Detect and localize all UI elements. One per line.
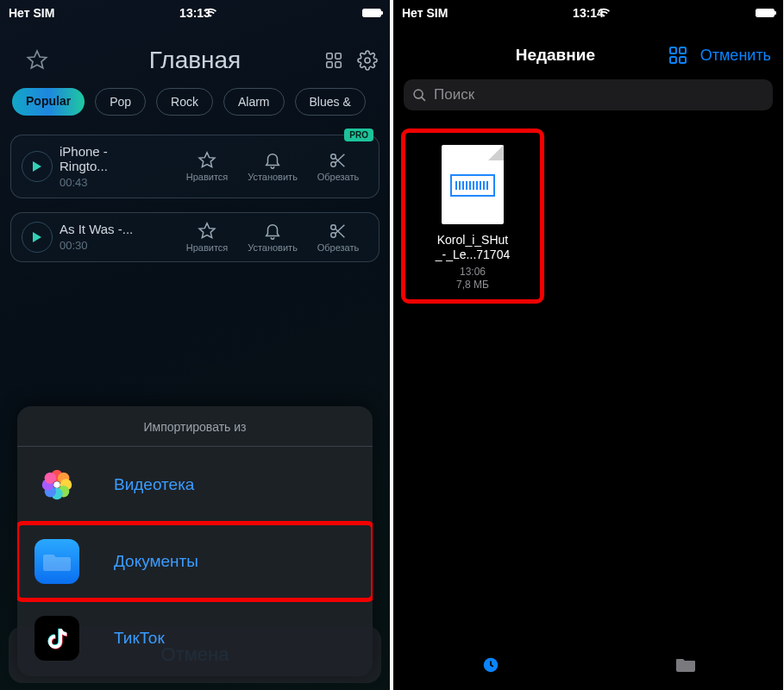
set-action[interactable]: Установить [242, 222, 303, 253]
chip-pop[interactable]: Pop [95, 88, 146, 116]
song-title: iPhone - Ringto... [60, 144, 137, 174]
file-item[interactable]: Korol_i_SHut_-_Le...71704 13:067,8 МБ [404, 131, 542, 301]
main-header: Главная [0, 24, 390, 86]
page-title: Главная [149, 47, 241, 74]
clock: 13:14 [573, 6, 604, 20]
file-grid: Korol_i_SHut_-_Le...71704 13:067,8 МБ [393, 122, 783, 310]
svg-point-5 [331, 154, 336, 159]
svg-rect-18 [670, 47, 676, 53]
carrier-label: Нет SIM [9, 6, 54, 20]
import-sheet: Импортировать из Видеотека Документы [17, 406, 373, 676]
sheet-title: Импортировать из [17, 406, 373, 446]
bell-icon [263, 222, 282, 241]
phone-right: Нет SIM 13:14 Недавние Отменить Korol_i_… [393, 0, 783, 690]
cut-label: Обрезать [317, 242, 360, 253]
phone-left: Нет SIM 13:13 Главная Popular Pop Rock A… [0, 0, 390, 690]
song-card[interactable]: As It Was -... 00:30 Нравится Установить… [10, 212, 379, 262]
tab-browse[interactable] [675, 656, 696, 673]
cut-label: Обрезать [317, 172, 360, 182]
song-title: As It Was -... [60, 222, 137, 236]
bell-icon [263, 151, 282, 170]
svg-rect-1 [336, 53, 341, 59]
search-icon [412, 88, 427, 103]
search-field[interactable] [404, 79, 773, 110]
play-button[interactable] [22, 222, 53, 253]
layout-grid-icon[interactable] [324, 51, 343, 70]
pro-badge: PRO [344, 129, 373, 141]
files-header: Недавние Отменить [393, 24, 783, 76]
battery-icon [756, 9, 775, 17]
category-chips: Popular Pop Rock Alarm Blues & [0, 86, 390, 128]
status-bar: Нет SIM 13:14 [393, 0, 783, 24]
svg-point-6 [331, 162, 336, 167]
battery-icon [362, 9, 381, 17]
set-action[interactable]: Установить [242, 151, 303, 182]
svg-point-22 [414, 90, 423, 98]
import-documents-label: Документы [98, 552, 355, 571]
svg-rect-2 [327, 62, 332, 67]
folder-icon [34, 539, 79, 584]
chip-alarm[interactable]: Alarm [223, 88, 285, 116]
audio-file-icon [442, 145, 504, 224]
star-icon [198, 222, 216, 241]
svg-rect-20 [670, 57, 676, 63]
carrier-label: Нет SIM [402, 6, 448, 20]
scissors-icon [329, 222, 348, 241]
song-card[interactable]: PRO iPhone - Ringto... 00:43 Нравится Ус… [10, 135, 379, 198]
file-name: Korol_i_SHut_-_Le...71704 [409, 233, 536, 262]
set-label: Установить [248, 172, 298, 182]
search-input[interactable] [434, 86, 764, 104]
like-label: Нравится [186, 172, 229, 182]
svg-point-17 [53, 481, 60, 488]
photos-icon [34, 462, 79, 507]
chip-rock[interactable]: Rock [156, 88, 213, 116]
like-action[interactable]: Нравится [177, 222, 237, 253]
chip-blues[interactable]: Blues & [295, 88, 366, 116]
view-grid-icon[interactable] [668, 45, 688, 66]
svg-rect-3 [336, 62, 341, 67]
scissors-icon [329, 151, 348, 170]
import-videolib[interactable]: Видеотека [17, 447, 373, 523]
svg-point-8 [331, 232, 336, 237]
svg-rect-21 [680, 57, 686, 63]
tab-recent[interactable] [481, 656, 500, 674]
tiktok-icon [34, 616, 79, 661]
clock: 13:13 [179, 6, 210, 20]
star-icon [198, 151, 216, 170]
gear-icon[interactable] [357, 50, 378, 71]
bottom-tabs [393, 650, 783, 690]
chip-popular[interactable]: Popular [12, 88, 85, 116]
like-action[interactable]: Нравится [177, 151, 237, 182]
svg-point-7 [331, 224, 336, 229]
import-tiktok-label: ТикТок [98, 629, 355, 648]
svg-point-4 [365, 58, 370, 63]
song-duration: 00:30 [60, 239, 137, 252]
play-button[interactable] [22, 151, 53, 182]
import-documents[interactable]: Документы [17, 524, 373, 599]
svg-point-16 [45, 473, 56, 484]
import-videolib-label: Видеотека [98, 475, 355, 494]
cut-action[interactable]: Обрезать [308, 151, 368, 182]
set-label: Установить [248, 242, 298, 253]
song-duration: 00:43 [60, 176, 137, 189]
like-label: Нравится [186, 242, 229, 253]
files-title: Недавние [405, 46, 668, 65]
svg-rect-0 [327, 53, 332, 59]
status-bar: Нет SIM 13:13 [0, 0, 390, 24]
file-meta: 13:067,8 МБ [409, 266, 536, 292]
svg-rect-19 [680, 47, 686, 53]
import-tiktok[interactable]: ТикТок [17, 600, 373, 676]
cut-action[interactable]: Обрезать [308, 222, 368, 253]
files-cancel-button[interactable]: Отменить [700, 47, 771, 65]
favorites-icon[interactable] [26, 49, 48, 72]
